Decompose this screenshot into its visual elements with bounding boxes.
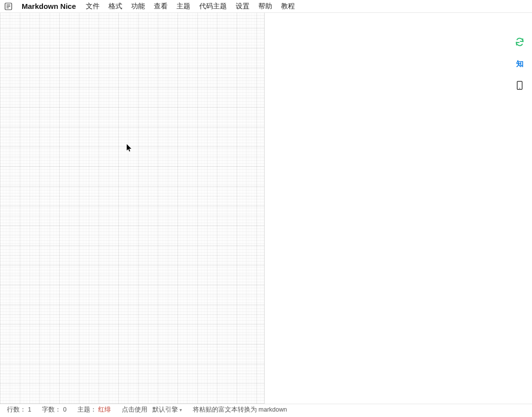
preview-pane: 知 [265, 13, 532, 404]
mobile-icon[interactable] [514, 80, 525, 91]
status-theme-label: 主题： [77, 406, 97, 413]
chevron-down-icon: ▾ [179, 407, 182, 413]
zhihu-icon[interactable]: 知 [514, 58, 525, 69]
menu-help[interactable]: 帮助 [257, 1, 273, 12]
status-words-label: 字数： [42, 406, 61, 413]
app-root: Markdown Nice 文件 格式 功能 查看 主题 代码主题 设置 帮助 … [0, 0, 532, 417]
menu-view[interactable]: 查看 [153, 1, 169, 12]
sync-icon[interactable] [514, 37, 525, 47]
menu-file[interactable]: 文件 [85, 1, 101, 12]
menu-format[interactable]: 格式 [107, 1, 123, 12]
editor-pane[interactable] [0, 13, 265, 404]
menu-settings[interactable]: 设置 [235, 1, 250, 12]
menu-theme[interactable]: 主题 [176, 1, 191, 12]
status-lines-label: 行数： [7, 406, 26, 413]
main-area: 知 [0, 13, 532, 404]
menu-function[interactable]: 功能 [130, 1, 146, 12]
menu-tutorial[interactable]: 教程 [280, 1, 296, 12]
app-title: Markdown Nice [22, 2, 76, 10]
mouse-cursor-icon [126, 144, 132, 152]
logo-icon[interactable] [4, 2, 13, 11]
menubar: Markdown Nice 文件 格式 功能 查看 主题 代码主题 设置 帮助 … [0, 0, 532, 13]
statusbar: 行数： 1 字数： 0 主题： 红绯 点击使用 默认引擎 ▾ 将粘贴的富文本转换… [0, 404, 532, 416]
status-words-value: 0 [63, 406, 67, 413]
status-words: 字数： 0 [42, 406, 66, 414]
svg-point-5 [519, 88, 520, 89]
status-hint: 将粘贴的富文本转换为 markdown [193, 406, 287, 414]
right-toolbar: 知 [514, 37, 525, 91]
menu-code-theme[interactable]: 代码主题 [198, 1, 228, 12]
status-theme-value: 红绯 [98, 406, 111, 413]
status-theme: 主题： 红绯 [77, 406, 111, 414]
engine-selected: 默认引擎 [152, 406, 178, 414]
engine-prefix: 点击使用 [122, 406, 147, 414]
status-lines-value: 1 [28, 406, 31, 413]
status-lines: 行数： 1 [7, 406, 31, 414]
engine-select[interactable]: 点击使用 默认引擎 ▾ [122, 406, 181, 414]
